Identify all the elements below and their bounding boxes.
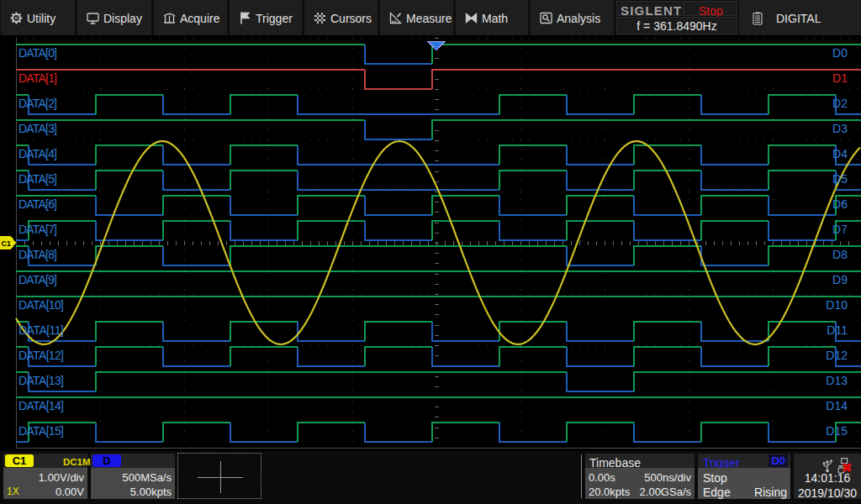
svg-text:D0: D0 <box>832 46 848 60</box>
svg-text:DATA[7]: DATA[7] <box>18 223 57 236</box>
svg-text:D15: D15 <box>826 424 848 438</box>
svg-text:D10: D10 <box>826 298 848 312</box>
svg-text:DATA[10]: DATA[10] <box>18 298 64 312</box>
svg-text:D7: D7 <box>832 223 848 236</box>
svg-text:D5: D5 <box>832 172 848 186</box>
svg-text:DATA[0]: DATA[0] <box>18 46 57 60</box>
svg-text:DATA[3]: DATA[3] <box>18 122 57 135</box>
svg-text:D12: D12 <box>826 349 848 362</box>
svg-text:DATA[9]: DATA[9] <box>18 273 57 286</box>
svg-text:DATA[5]: DATA[5] <box>18 172 57 186</box>
svg-text:C1: C1 <box>2 239 12 248</box>
svg-text:D9: D9 <box>832 273 848 286</box>
svg-text:D11: D11 <box>827 323 848 337</box>
svg-text:DATA[11]: DATA[11] <box>18 323 64 337</box>
svg-text:DATA[13]: DATA[13] <box>18 374 64 387</box>
svg-text:DATA[12]: DATA[12] <box>18 349 64 362</box>
svg-text:D3: D3 <box>832 122 848 135</box>
svg-text:DATA[15]: DATA[15] <box>18 424 64 438</box>
svg-text:DATA[1]: DATA[1] <box>18 71 57 85</box>
svg-text:D2: D2 <box>832 97 848 110</box>
svg-text:DATA[4]: DATA[4] <box>18 147 57 160</box>
svg-text:D6: D6 <box>832 197 848 211</box>
svg-text:DATA[6]: DATA[6] <box>18 197 57 211</box>
svg-text:D8: D8 <box>832 248 848 261</box>
svg-text:D14: D14 <box>826 399 848 412</box>
svg-text:D1: D1 <box>832 71 848 85</box>
svg-text:D4: D4 <box>832 147 848 160</box>
svg-text:DATA[2]: DATA[2] <box>18 97 57 110</box>
svg-text:D13: D13 <box>826 374 848 387</box>
svg-text:DATA[14]: DATA[14] <box>18 399 64 412</box>
svg-text:DATA[8]: DATA[8] <box>18 248 57 261</box>
